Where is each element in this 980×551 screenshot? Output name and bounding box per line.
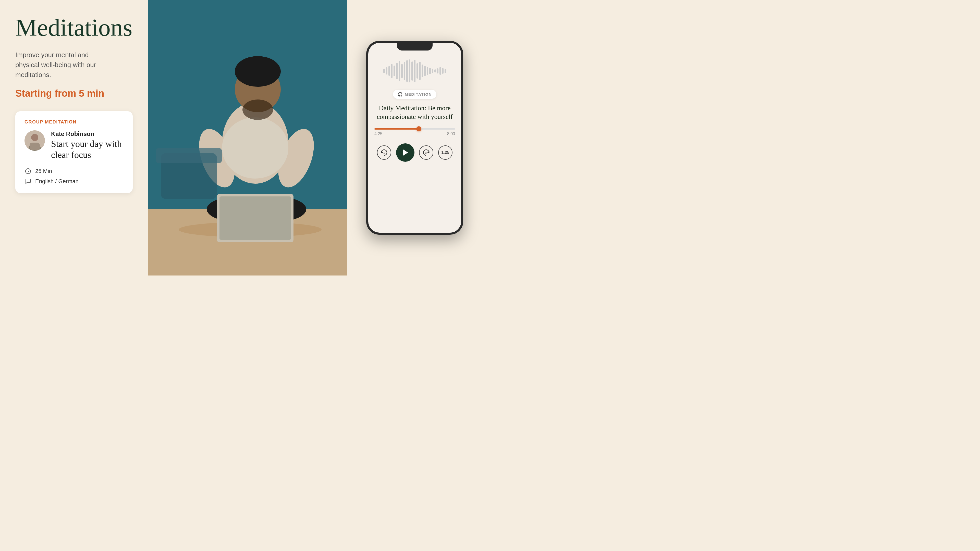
waveform-bar (432, 68, 433, 73)
waveform-bar (393, 65, 395, 76)
waveform-bar (409, 59, 410, 83)
play-button[interactable] (396, 143, 414, 162)
progress-track[interactable] (374, 128, 455, 130)
instructor-row: Kate Robinson Start your day with clear … (24, 130, 124, 160)
svg-marker-22 (403, 149, 408, 156)
waveform-bar (401, 64, 403, 78)
waveform-bar (429, 68, 431, 74)
right-panel: 🎧 MEDITATION Daily Meditation: Be more c… (347, 0, 490, 275)
duration-text: 25 Min (35, 168, 52, 175)
waveform-bar (434, 69, 436, 73)
forward-button[interactable]: 10 (419, 145, 433, 160)
waveform-bar (399, 61, 400, 81)
svg-text:10: 10 (425, 152, 427, 154)
phone-content: 🎧 MEDITATION Daily Meditation: Be more c… (368, 51, 461, 233)
total-time: 8:00 (447, 132, 455, 136)
languages-text: English / German (35, 178, 79, 185)
waveform-bar (427, 67, 428, 75)
phone-mockup: 🎧 MEDITATION Daily Meditation: Be more c… (366, 41, 463, 235)
waveform-bar (411, 62, 413, 81)
photo-background (148, 0, 347, 275)
instructor-name: Kate Robinson (51, 130, 122, 138)
waveform-bar (439, 67, 441, 75)
group-meditation-card: GROUP MEDITATION Kate Robinson Start you… (15, 111, 133, 193)
session-title: Start your day with clear focus (51, 138, 122, 160)
rewind-button[interactable]: 10 (377, 145, 391, 160)
progress-thumb (416, 126, 422, 131)
svg-rect-20 (156, 148, 222, 163)
center-photo (148, 0, 347, 275)
progress-container (374, 128, 455, 130)
waveform-bar (383, 68, 385, 73)
meta-row: 25 Min English / German (24, 168, 124, 185)
svg-text:10: 10 (383, 152, 385, 154)
progress-fill (374, 128, 419, 130)
controls-row: 10 10 1.25 (374, 143, 455, 162)
svg-point-10 (235, 56, 281, 87)
waveform-bar (445, 69, 446, 73)
instructor-info: Kate Robinson Start your day with clear … (51, 130, 122, 160)
waveform-bar (414, 60, 415, 82)
clock-icon (24, 168, 32, 175)
waveform-bar (406, 60, 408, 82)
group-label: GROUP MEDITATION (24, 119, 124, 125)
waveform-bar (417, 63, 418, 79)
waveform-bar (437, 68, 438, 73)
svg-point-17 (222, 118, 288, 179)
speed-badge[interactable]: 1.25 (438, 145, 452, 160)
waveform-bar (422, 65, 423, 77)
chat-icon (24, 178, 32, 185)
subtitle-text: Improve your mental and physical well-be… (15, 50, 133, 80)
headphone-icon: 🎧 (398, 92, 403, 97)
meditation-track-title: Daily Meditation: Be more compassionate … (377, 104, 453, 121)
waveform-bar (424, 66, 426, 76)
languages-meta: English / German (24, 178, 124, 185)
waveform-bar (419, 62, 421, 80)
avatar (24, 130, 45, 151)
svg-rect-16 (220, 197, 291, 240)
svg-point-1 (31, 134, 38, 141)
duration-meta: 25 Min (24, 168, 124, 175)
waveform-bar (388, 66, 390, 76)
time-row: 4:25 8:00 (374, 132, 455, 136)
svg-rect-3 (30, 143, 40, 150)
meditation-badge: 🎧 MEDITATION (393, 90, 436, 99)
phone-notch (397, 43, 433, 51)
waveform-bar (391, 64, 393, 78)
waveform-bar (396, 63, 398, 79)
page-title: Meditations (15, 15, 133, 40)
waveform-bar (442, 68, 444, 74)
badge-text: MEDITATION (405, 92, 432, 97)
waveform-bar (404, 62, 405, 80)
audio-waveform (374, 58, 455, 84)
svg-point-18 (242, 100, 273, 120)
left-panel: Meditations Improve your mental and phys… (0, 0, 148, 275)
waveform-bar (386, 67, 387, 75)
current-time: 4:25 (374, 132, 382, 136)
starting-from-label: Starting from 5 min (15, 88, 133, 99)
